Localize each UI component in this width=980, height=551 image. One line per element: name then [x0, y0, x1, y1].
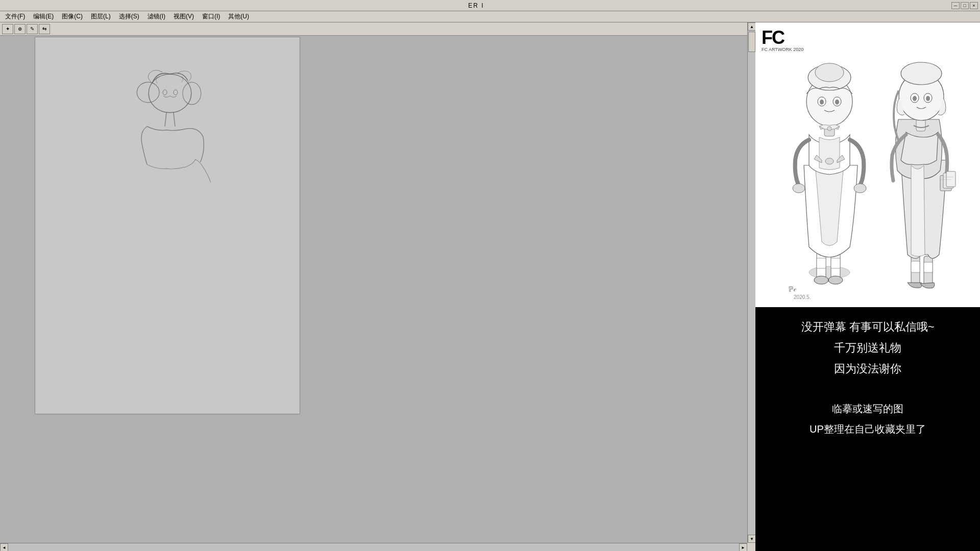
svg-point-14 [828, 276, 843, 284]
svg-point-43 [913, 96, 917, 101]
tool-button-4[interactable]: ⇆ [39, 24, 50, 34]
scroll-thumb[interactable] [748, 32, 755, 52]
svg-text:FC: FC [762, 27, 785, 48]
text-line-2: 千万别送礼物 [834, 339, 901, 356]
minimize-button[interactable]: ─ [951, 2, 960, 9]
svg-rect-0 [35, 37, 300, 413]
reference-image-area: FC FC ARTWORK 2020 [755, 22, 980, 308]
svg-rect-16 [831, 258, 840, 268]
scroll-left-button[interactable]: ◄ [0, 543, 8, 551]
right-panel: FC FC ARTWORK 2020 [755, 22, 980, 551]
menu-image[interactable]: 图像(C) [59, 11, 86, 22]
svg-text:2020.5.: 2020.5. [794, 294, 811, 300]
maximize-button[interactable]: □ [961, 2, 969, 9]
text-overlay: 没开弹幕 有事可以私信哦~ 千万别送礼物 因为没法谢你 临摹或速写的图 UP整理… [755, 308, 980, 551]
svg-rect-31 [911, 261, 920, 272]
scroll-down-button[interactable]: ▼ [748, 535, 755, 543]
svg-point-28 [827, 127, 831, 131]
menu-edit[interactable]: 编辑(E) [30, 11, 57, 22]
canvas[interactable] [35, 37, 300, 414]
menu-window[interactable]: 窗口(I) [199, 11, 223, 22]
svg-point-17 [825, 158, 834, 164]
character-svg: FC FC ARTWORK 2020 [755, 22, 980, 308]
menu-select[interactable]: 选择(S) [116, 11, 142, 22]
main-layout: ✦ ⊕ ✎ ⇆ [0, 22, 980, 551]
bottom-scrollbar[interactable]: ◄ ► [0, 543, 747, 551]
title-text: ER I [2, 2, 950, 9]
vertical-scrollbar[interactable]: ▲ ▼ [747, 22, 755, 551]
svg-point-13 [814, 276, 828, 284]
menu-view[interactable]: 视图(V) [170, 11, 197, 22]
tool-button-3[interactable]: ✎ [27, 24, 38, 34]
menu-other[interactable]: 其他(U) [225, 11, 252, 22]
text-line-5: UP整理在自己收藏夹里了 [810, 421, 926, 437]
svg-rect-32 [924, 262, 933, 272]
svg-point-19 [854, 184, 866, 193]
svg-point-40 [901, 62, 942, 85]
sketch-drawing [35, 37, 300, 414]
tool-button-2[interactable]: ⊕ [14, 24, 26, 34]
title-bar: ER I ─ □ × [0, 0, 980, 11]
text-line-4: 临摹或速写的图 [832, 400, 903, 417]
svg-rect-15 [817, 258, 826, 268]
close-button[interactable]: × [970, 2, 978, 9]
menu-layer[interactable]: 图层(L) [88, 11, 114, 22]
svg-point-44 [926, 96, 930, 101]
svg-point-10 [809, 266, 850, 279]
toolbar: ✦ ⊕ ✎ ⇆ [0, 22, 747, 36]
svg-point-26 [820, 99, 824, 105]
text-line-3: 因为没法谢你 [834, 360, 901, 377]
scroll-track [748, 31, 755, 543]
menu-filter[interactable]: 滤镜(I) [144, 11, 168, 22]
svg-point-23 [815, 63, 844, 82]
scroll-right-button[interactable]: ► [739, 543, 747, 551]
drawing-area: ✦ ⊕ ✎ ⇆ [0, 22, 755, 551]
scroll-up-button[interactable]: ▲ [748, 22, 755, 31]
svg-point-18 [793, 184, 805, 193]
menu-bar: 文件(F) 编辑(E) 图像(C) 图层(L) 选择(S) 滤镜(I) 视图(V… [0, 11, 980, 22]
menu-file[interactable]: 文件(F) [2, 11, 28, 22]
svg-point-27 [835, 99, 839, 105]
svg-text:ℙ𝒸: ℙ𝒸 [788, 285, 797, 293]
tool-button-1[interactable]: ✦ [2, 24, 13, 34]
svg-text:FC ARTWORK 2020: FC ARTWORK 2020 [762, 47, 803, 52]
svg-rect-35 [946, 171, 955, 187]
corner-piece [747, 543, 755, 551]
text-line-1: 没开弹幕 有事可以私信哦~ [801, 318, 935, 335]
